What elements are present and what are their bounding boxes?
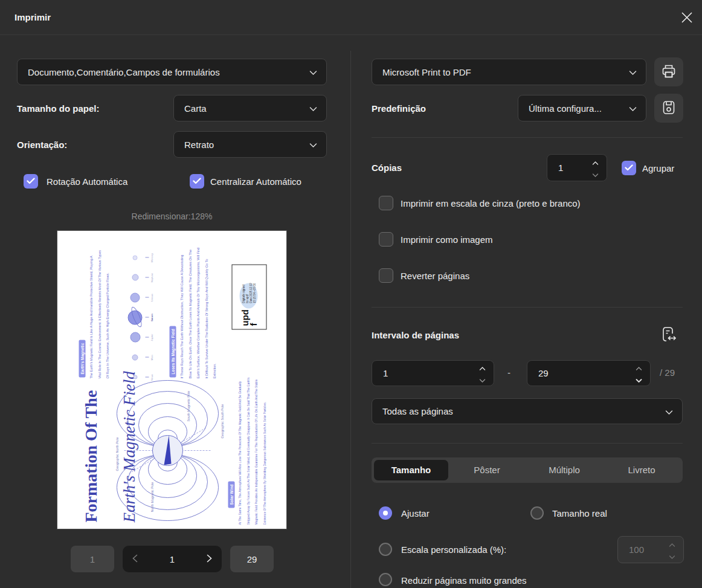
auto-rotate-checkbox[interactable] [24, 174, 38, 189]
checkmark-icon [193, 176, 201, 187]
printer-select[interactable]: Microsoft Print to PDF [372, 59, 646, 85]
print-content-select[interactable]: Documento,Comentário,Campos de formulári… [17, 59, 327, 85]
printer-properties-button[interactable] [654, 57, 683, 86]
page-range-settings-button[interactable] [660, 325, 678, 346]
stepper-up-icon[interactable] [636, 362, 642, 372]
stepper-up-icon[interactable] [479, 362, 486, 372]
diagram-label-north-magnetic: North Magnetic Pole [150, 482, 153, 512]
preset-select-value: Última configura... [529, 103, 602, 114]
copies-value: 1 [558, 163, 563, 173]
planet-venus: Venus [127, 369, 161, 386]
fit-radio[interactable] [379, 506, 392, 520]
stepper-down-icon[interactable] [479, 374, 486, 384]
tab-booklet[interactable]: Livreto [603, 460, 680, 480]
custom-scale-stepper[interactable]: 100 [617, 536, 684, 563]
tab-poster[interactable]: Pôster [448, 460, 526, 480]
close-button[interactable] [678, 9, 696, 27]
first-page-button[interactable]: 1 [71, 546, 114, 572]
shrink-oversized-radio[interactable] [379, 573, 392, 586]
section-paragraph: If These Rays Reach The Earth Without Ob… [178, 247, 219, 378]
section-divider [372, 443, 683, 444]
fit-label: Ajustar [401, 508, 430, 519]
custom-scale-radio[interactable] [379, 543, 392, 556]
previous-page-button[interactable] [132, 554, 138, 564]
stamp-line: by updf [245, 283, 249, 303]
reverse-pages-label: Reverter páginas [401, 271, 469, 281]
page-range-icon [660, 337, 678, 346]
range-to-value: 29 [538, 368, 549, 378]
last-page-button[interactable]: 29 [230, 546, 274, 572]
stepper-up-icon[interactable] [592, 157, 599, 167]
range-from-value: 1 [383, 368, 388, 378]
chevron-down-icon [629, 67, 637, 77]
reverse-pages-checkbox[interactable] [379, 268, 393, 283]
digital-signature-stamp: updf Digitally signed by updf Date:2025.… [231, 264, 266, 329]
chevron-right-icon [207, 554, 212, 564]
stamp-line: Date:2025.12.02 [249, 283, 253, 303]
total-pages-label: / 29 [660, 367, 675, 378]
range-from-stepper[interactable]: 1 [372, 360, 494, 386]
scaling-mode-tabs: Tamanho Pôster Múltiplo Livreto [372, 457, 683, 483]
stepper-down-icon[interactable] [592, 169, 599, 179]
section-divider [372, 307, 683, 308]
collate-label: Agrupar [642, 163, 674, 173]
planet-mars: Mars [127, 349, 161, 366]
planet-uranus: Uranus [127, 289, 161, 306]
preset-label: Predefinição [372, 103, 426, 114]
checkmark-icon [625, 163, 633, 173]
paper-size-value: Carta [184, 103, 207, 114]
planet-jupiter: Jupiter [127, 329, 161, 346]
diagram-label-geo-south: Geographic South Pole [220, 404, 224, 438]
grayscale-label: Imprimir em escala de cinza (preto e bra… [401, 198, 581, 208]
section-paragraph: The Earth's Magnetic Field Is Like A Hug… [87, 249, 112, 378]
custom-scale-value: 100 [629, 544, 644, 555]
print-content-value: Documento,Comentário,Campos de formulári… [28, 67, 220, 77]
grayscale-checkbox[interactable] [379, 196, 393, 210]
chevron-down-icon [309, 103, 317, 114]
collate-checkbox[interactable] [622, 161, 636, 175]
paper-size-select[interactable]: Carta [173, 95, 327, 121]
section-badge: Earth's Magnetic [79, 340, 85, 377]
paper-size-label: Tamanho do papel: [17, 103, 99, 114]
page-range-label: Intervalo de páginas [372, 330, 459, 340]
chevron-down-icon [309, 140, 317, 150]
close-icon [680, 10, 694, 27]
magnetic-field-diagram: Geographic North Pole North Magnetic Pol… [89, 372, 246, 529]
diagram-label-south-magnetic: South Magnetic Pole [186, 390, 190, 421]
print-as-image-checkbox[interactable] [379, 232, 393, 247]
range-to-stepper[interactable]: 29 [527, 360, 651, 386]
tab-size[interactable]: Tamanho [374, 460, 448, 480]
current-page-number: 1 [170, 554, 175, 564]
diagram-label-geo-north: Geographic North Pole [115, 437, 118, 471]
chevron-down-icon [665, 406, 673, 416]
orientation-label: Orientação: [17, 140, 67, 150]
preview-rotated-content: Formation Of The Earth's Magnetic Field … [57, 230, 287, 529]
page-navigator: 1 [123, 546, 222, 572]
auto-center-checkbox[interactable] [190, 174, 204, 189]
print-preview-page: Formation Of The Earth's Magnetic Field … [57, 230, 287, 529]
copies-stepper[interactable]: 1 [547, 154, 607, 181]
stepper-down-icon[interactable] [636, 374, 642, 384]
next-page-button[interactable] [207, 554, 212, 564]
resize-percentage-label: Redimensionar:128% [57, 212, 287, 221]
preset-select[interactable]: Última configura... [518, 95, 646, 121]
printer-select-value: Microsoft Print to PDF [382, 67, 471, 77]
panel-divider [350, 51, 351, 588]
auto-center-label: Centralizar Automático [210, 176, 301, 187]
planet-saturn: Saturn [127, 309, 161, 326]
planet-mercury: Mercury [127, 249, 161, 266]
stamp-big-text: updf [240, 306, 257, 326]
dialog-titlebar: Imprimir [0, 0, 702, 35]
orientation-select[interactable]: Retrato [173, 131, 327, 158]
page-subset-select[interactable]: Todas as páginas [372, 398, 683, 424]
auto-rotate-label: Rotação Automática [47, 176, 127, 187]
range-separator: - [507, 367, 510, 378]
section-paragraph: At The Same Time, The Atmosphere Will Al… [236, 372, 268, 525]
stepper-down-icon [669, 551, 675, 561]
checkmark-icon [27, 176, 35, 187]
save-preset-button[interactable] [654, 94, 683, 123]
actual-size-radio[interactable] [530, 506, 544, 520]
chevron-down-icon [629, 103, 637, 114]
tab-multiple[interactable]: Múltiplo [526, 460, 603, 480]
copies-label: Cópias [372, 163, 402, 173]
